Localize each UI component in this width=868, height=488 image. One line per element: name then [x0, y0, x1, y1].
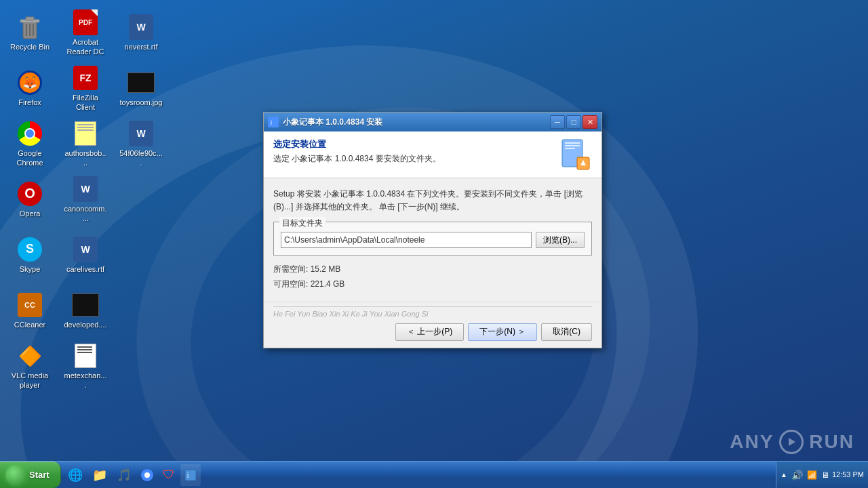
acrobat-label: Acrobat Reader DC — [64, 38, 107, 56]
recycle-bin-label: Recycle Bin — [10, 43, 50, 52]
tray-speaker-icon[interactable]: 🔊 — [791, 470, 803, 481]
authorsbob-label: authorsbob.... — [64, 149, 107, 167]
close-button[interactable]: ✕ — [583, 115, 597, 129]
icon-filezilla[interactable]: FZ FileZilla Client — [61, 61, 110, 115]
dialog-titlebar[interactable]: i 小象记事本 1.0.0.4834 安装 ─ □ ✕ — [264, 113, 601, 131]
recycle-bin-icon — [16, 14, 43, 41]
dialog-header-subtitle: 选定 小象记事本 1.0.0.4834 要安装的文件夹。 — [273, 153, 551, 165]
taskbar-clock[interactable]: 12:53 PM — [832, 470, 864, 480]
svg-rect-9 — [565, 142, 580, 144]
icon-authorsbob[interactable]: authorsbob.... — [61, 117, 110, 171]
dialog-footer: He Fei Yun Biao Xin Xi Ke Ji You Xian Go… — [264, 302, 601, 348]
54f06fe90c-icon: W — [127, 120, 155, 147]
canoncomm-label: canoncomm.... — [64, 205, 107, 222]
tray-display-icon[interactable]: 🖥 — [821, 470, 829, 480]
authorsbob-icon — [72, 120, 99, 147]
start-orb — [5, 465, 26, 485]
desktop: Recycle Bin PDF Acrobat Reader DC W neve… — [0, 0, 868, 488]
ccleaner-icon: CC — [16, 291, 43, 319]
metexchan-icon — [72, 342, 99, 369]
firefox-icon: 🦊 — [16, 69, 43, 96]
taskbar: Start 🌐 📁 🎵 🛡 i ▲ — [0, 461, 868, 488]
chrome-icon — [16, 120, 43, 147]
skype-icon: S — [16, 236, 43, 263]
54f06fe90c-label: 54f06fe90c.... — [119, 149, 163, 167]
svg-marker-14 — [789, 438, 795, 446]
tray-network-icon[interactable]: 📶 — [807, 470, 817, 480]
acrobat-icon: PDF — [72, 9, 99, 36]
toysroom-label: toysroom.jpg — [120, 98, 163, 107]
icon-chrome[interactable]: Google Chrome — [5, 117, 54, 171]
taskbar-media-icon[interactable]: 🎵 — [113, 464, 136, 486]
taskbar-chrome-icon[interactable] — [137, 464, 157, 486]
dialog-space-info: 所需空间: 15.2 MB 可用空间: 221.4 GB — [273, 262, 592, 291]
install-dialog: i 小象记事本 1.0.0.4834 安装 ─ □ ✕ 选定安装位置 选定 小象… — [263, 112, 602, 348]
skype-label: Skype — [20, 265, 41, 274]
filezilla-label: FileZilla Client — [64, 94, 107, 111]
vlc-label: VLC media player — [8, 371, 52, 389]
opera-label: Opera — [20, 209, 41, 218]
carelives-icon: W — [72, 236, 99, 263]
taskbar-setup-icon[interactable]: i — [180, 464, 201, 486]
icon-toysroom[interactable]: toysroom.jpg — [117, 61, 165, 115]
anyrun-text: ANY — [730, 431, 774, 453]
svg-text:i: i — [271, 119, 272, 126]
ccleaner-label: CCleaner — [14, 321, 45, 329]
dialog-title-icon: i — [268, 117, 279, 127]
icon-carelives[interactable]: W carelives.rtf — [61, 228, 110, 282]
space-required-text: 所需空间: 15.2 MB — [273, 262, 592, 277]
icon-ccleaner[interactable]: CC CCleaner — [5, 283, 54, 338]
dialog-path-input[interactable] — [281, 232, 532, 248]
anyrun-play-icon — [779, 430, 804, 454]
dialog-path-label: 目标文件夹 — [279, 217, 326, 230]
svg-rect-11 — [565, 148, 575, 149]
dialog-header-text: 选定安装位置 选定 小象记事本 1.0.0.4834 要安装的文件夹。 — [273, 138, 551, 165]
svg-point-16 — [144, 472, 150, 478]
cancel-button[interactable]: 取消(C) — [541, 323, 592, 341]
browse-button[interactable]: 浏览(B)... — [536, 232, 585, 248]
icon-acrobat[interactable]: PDF Acrobat Reader DC — [61, 5, 110, 60]
canoncomm-icon: W — [72, 176, 99, 203]
system-tray: ▲ 🔊 📶 🖥 12:53 PM — [776, 462, 868, 488]
taskbar-antivirus-icon[interactable]: 🛡 — [159, 464, 179, 486]
icon-opera[interactable]: O Opera — [5, 172, 54, 226]
dialog-header-icon — [559, 138, 592, 171]
maximize-button[interactable]: □ — [566, 115, 581, 129]
clock-time: 12:53 PM — [832, 470, 864, 480]
dialog-buttons: ＜ 上一步(P) 下一步(N) ＞ 取消(C) — [273, 323, 592, 341]
developed-label: developed.... — [64, 321, 107, 329]
tray-arrow-icon[interactable]: ▲ — [781, 471, 787, 479]
icon-firefox[interactable]: 🦊 Firefox — [5, 61, 54, 115]
taskbar-folder-icon[interactable]: 📁 — [88, 464, 111, 486]
start-button[interactable]: Start — [0, 462, 61, 488]
minimize-button[interactable]: ─ — [550, 115, 565, 129]
dialog-header: 选定安装位置 选定 小象记事本 1.0.0.4834 要安装的文件夹。 — [264, 131, 601, 178]
icon-vlc[interactable]: 🔶 VLC media player — [5, 339, 54, 393]
icon-neverst[interactable]: W neverst.rtf — [117, 5, 165, 60]
icon-recycle-bin[interactable]: Recycle Bin — [5, 5, 54, 60]
dialog-path-row: 浏览(B)... — [281, 232, 585, 248]
icon-metexchan[interactable]: metexchan.... — [61, 339, 110, 393]
metexchan-label: metexchan.... — [64, 371, 107, 389]
icon-54f06fe90c[interactable]: W 54f06fe90c.... — [117, 117, 165, 171]
dialog-title-text: 小象记事本 1.0.0.4834 安装 — [283, 117, 546, 128]
svg-text:i: i — [187, 472, 189, 479]
dialog-body: Setup 将安装 小象记事本 1.0.0.4834 在下列文件夹。要安装到不同… — [264, 178, 601, 302]
icon-skype[interactable]: S Skype — [5, 228, 54, 282]
start-label: Start — [29, 470, 50, 480]
svg-rect-10 — [565, 145, 580, 146]
taskbar-ie-icon[interactable]: 🌐 — [64, 464, 87, 486]
opera-icon: O — [16, 180, 43, 207]
next-button[interactable]: 下一步(N) ＞ — [468, 323, 537, 341]
carelives-label: carelives.rtf — [66, 265, 104, 274]
neverst-icon: W — [127, 14, 155, 41]
tray-icons: ▲ 🔊 📶 🖥 — [781, 470, 829, 481]
icon-canoncomm[interactable]: W canoncomm.... — [61, 172, 110, 226]
anyrun-watermark: ANY RUN — [730, 430, 854, 454]
toysroom-icon — [127, 69, 155, 96]
dialog-body-text: Setup 将安装 小象记事本 1.0.0.4834 在下列文件夹。要安装到不同… — [273, 188, 592, 214]
vlc-icon: 🔶 — [16, 342, 43, 369]
icon-developed[interactable]: developed.... — [61, 283, 110, 338]
prev-button[interactable]: ＜ 上一步(P) — [395, 323, 464, 341]
space-available-text: 可用空间: 221.4 GB — [273, 277, 592, 292]
